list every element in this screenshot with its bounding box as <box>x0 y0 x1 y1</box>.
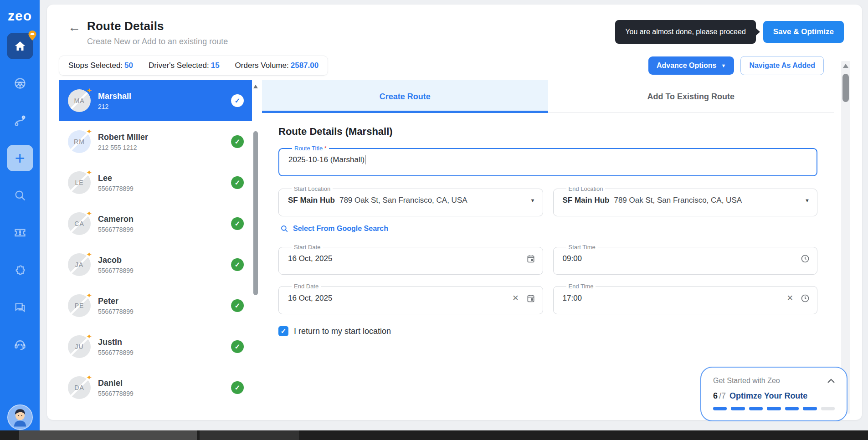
search-icon <box>14 189 26 202</box>
app-window: zeo + <box>0 0 868 440</box>
driver-selected-check-icon[interactable]: ✓ <box>231 340 244 353</box>
clear-icon[interactable]: ✕ <box>787 293 793 303</box>
driver-name: Daniel <box>98 379 231 388</box>
driver-phone: 5566778899 <box>98 226 231 233</box>
tab-add-to-existing-route[interactable]: Add To Existing Route <box>548 80 834 113</box>
driver-name: Justin <box>98 338 231 347</box>
driver-selected-check-icon[interactable]: ✓ <box>231 135 244 148</box>
start-time-field[interactable]: Start Time 09:00 <box>553 244 818 275</box>
sidebar-item-add[interactable]: + <box>7 145 33 171</box>
save-optimize-button[interactable]: Save & Optimize <box>763 21 844 43</box>
driver-initials: JA <box>75 261 83 268</box>
driver-initials: JU <box>75 343 83 350</box>
driver-selected-check-icon[interactable]: ✓ <box>231 299 244 312</box>
page-subtitle: Create New or Add to an existing route <box>87 37 228 46</box>
tab-create-route[interactable]: Create Route <box>262 80 548 113</box>
driver-avatar: PE ✦ <box>68 294 91 317</box>
clock-icon[interactable] <box>801 254 810 263</box>
driver-name: Robert Miller <box>98 133 231 142</box>
driver-list-scrollbar[interactable] <box>253 85 258 414</box>
stops-selected-stat: Stops Selected:50 <box>68 61 133 70</box>
scroll-up-arrow-icon[interactable] <box>843 64 848 68</box>
progress-segment <box>785 407 799 410</box>
driver-phone: 5566778899 <box>98 267 231 274</box>
route-title-field[interactable]: Route Title * 2025-10-16 (Marshall) <box>278 145 817 176</box>
driver-phone: 5566778899 <box>98 390 231 397</box>
sidebar-item-routes[interactable] <box>7 107 33 134</box>
sidebar-item-integrations[interactable] <box>7 257 33 283</box>
sidebar-item-tickets[interactable] <box>7 220 33 246</box>
driver-row[interactable]: LE ✦ Lee 5566778899 ✓ <box>59 162 252 203</box>
driver-avatar: RM ✦ <box>68 130 91 153</box>
end-time-field[interactable]: End Time 17:00 ✕ <box>553 283 818 314</box>
home-icon <box>13 39 27 53</box>
sparkle-badge-icon: ✦ <box>86 333 92 341</box>
start-location-name: SF Main Hub <box>288 196 335 205</box>
driver-selected-check-icon[interactable]: ✓ <box>231 217 244 230</box>
page-scrollbar[interactable] <box>841 61 850 414</box>
scroll-up-arrow-icon[interactable] <box>253 85 258 88</box>
driver-row[interactable]: JA ✦ Jacob 5566778899 ✓ <box>59 244 252 285</box>
onboarding-progress <box>713 407 835 410</box>
progress-segment <box>821 407 835 410</box>
back-button[interactable]: ← <box>68 21 81 34</box>
chat-icon <box>14 301 26 314</box>
driver-avatar: JU ✦ <box>68 335 91 358</box>
zeo-logo: zeo <box>8 8 32 24</box>
dropdown-caret-icon[interactable]: ▼ <box>530 198 535 203</box>
driver-name: Cameron <box>98 215 231 224</box>
sparkle-badge-icon: ✦ <box>86 87 92 95</box>
onboarding-widget: Get Started with Zeo 6/7Optimze Your Rou… <box>700 367 847 421</box>
scrollbar-thumb[interactable] <box>253 131 258 295</box>
driver-row[interactable]: DA ✦ Daniel 5566778899 ✓ <box>59 367 252 408</box>
driver-selected-check-icon[interactable]: ✓ <box>231 94 244 107</box>
progress-segment <box>749 407 763 410</box>
caret-down-icon: ▼ <box>721 63 726 68</box>
sidebar-item-support[interactable] <box>7 332 33 358</box>
start-date-field[interactable]: Start Date 16 Oct, 2025 <box>278 244 543 275</box>
advance-options-button[interactable]: Advance Options▼ <box>648 56 734 75</box>
calendar-icon[interactable] <box>526 254 535 263</box>
onboarding-step: 6/7Optimze Your Route <box>713 391 835 401</box>
driver-phone: 5566778899 <box>98 185 231 192</box>
navigate-as-added-button[interactable]: Navigate As Added <box>740 56 824 75</box>
clear-icon[interactable]: ✕ <box>512 293 519 303</box>
route-title-input[interactable]: 2025-10-16 (Marshall) <box>288 155 365 164</box>
sidebar: zeo + <box>0 0 40 440</box>
driver-row[interactable]: PE ✦ Peter 5566778899 ✓ <box>59 285 252 326</box>
end-date-field[interactable]: End Date 16 Oct, 2025 ✕ <box>278 283 543 314</box>
driver-row[interactable]: RM ✦ Robert Miller 212 555 1212 ✓ <box>59 121 252 162</box>
driver-phone: 5566778899 <box>98 349 231 356</box>
calendar-icon[interactable] <box>526 294 535 303</box>
return-to-start-checkbox[interactable]: ✓ <box>278 326 288 336</box>
driver-selected-check-icon[interactable]: ✓ <box>231 176 244 189</box>
driver-list-panel: MA ✦ Marshall 212 ✓ RM ✦ Robert Miller 2… <box>59 80 252 414</box>
bottom-bar-segment <box>200 430 299 440</box>
driver-phone: 5566778899 <box>98 308 231 315</box>
return-to-start-label: I return to my start location <box>294 327 391 336</box>
user-profile[interactable] <box>7 404 33 430</box>
clock-icon[interactable] <box>801 294 810 303</box>
bottom-bar-segment <box>19 430 197 440</box>
text-cursor <box>365 155 365 164</box>
sidebar-item-home[interactable] <box>7 33 33 59</box>
dropdown-caret-icon[interactable]: ▼ <box>805 198 810 203</box>
driver-selected-check-icon[interactable]: ✓ <box>231 258 244 271</box>
ticket-icon <box>14 226 26 239</box>
driver-row[interactable]: CA ✦ Cameron 5566778899 ✓ <box>59 203 252 244</box>
sidebar-item-search[interactable] <box>7 182 33 209</box>
driver-selected-check-icon[interactable]: ✓ <box>231 381 244 394</box>
start-location-field[interactable]: Start Location SF Main Hub 789 Oak St, S… <box>278 185 543 216</box>
scrollbar-thumb[interactable] <box>842 74 849 102</box>
driver-phone: 212 555 1212 <box>98 144 231 151</box>
chevron-up-icon[interactable] <box>827 377 835 385</box>
end-location-field[interactable]: End Location SF Main Hub 789 Oak St, San… <box>553 185 818 216</box>
driver-row[interactable]: MA ✦ Marshall 212 ✓ <box>59 80 252 121</box>
sidebar-item-drivers[interactable] <box>7 70 33 97</box>
driver-initials: PE <box>75 302 84 309</box>
sidebar-item-chat[interactable] <box>7 294 33 321</box>
puzzle-icon <box>14 264 26 276</box>
headset-icon <box>14 338 26 351</box>
driver-row[interactable]: JU ✦ Justin 5566778899 ✓ <box>59 326 252 367</box>
select-from-google-search-link[interactable]: Select From Google Search <box>280 225 817 233</box>
